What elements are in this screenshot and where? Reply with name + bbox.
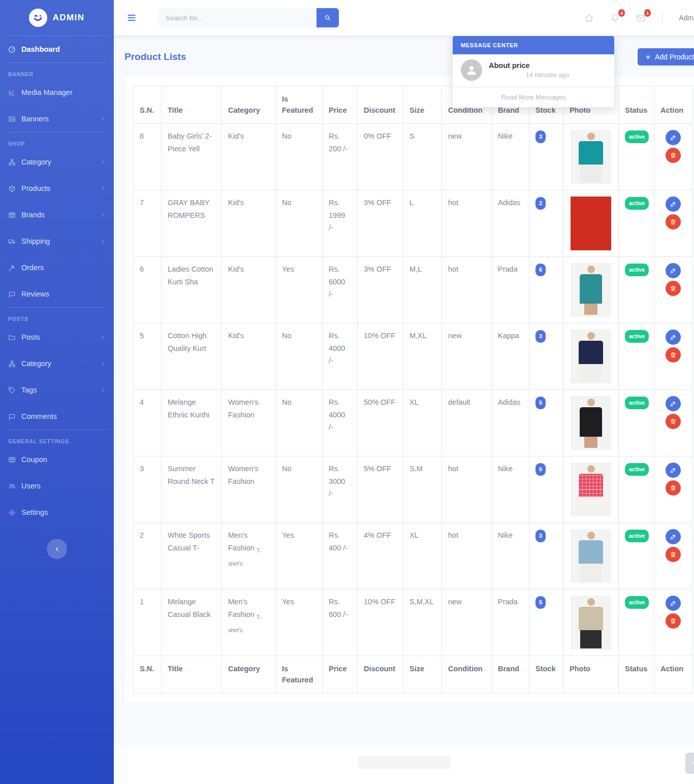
cell-is-featured: No	[276, 123, 323, 190]
action-buttons	[660, 396, 686, 429]
add-product-button[interactable]: Add Product	[638, 48, 694, 66]
read-more-messages-link[interactable]: Read More Messages	[453, 87, 614, 107]
edit-icon	[670, 134, 677, 141]
sidebar-brand[interactable]: ADMIN	[0, 0, 114, 36]
delete-button[interactable]	[666, 347, 681, 363]
edit-icon	[670, 600, 677, 607]
user-menu[interactable]: Admin	[679, 14, 694, 22]
home-button[interactable]	[584, 13, 594, 23]
sidebar-item-settings[interactable]: Settings	[0, 499, 114, 526]
edit-button[interactable]	[666, 596, 681, 611]
cell-category: Women's Fashion	[222, 389, 276, 456]
sidebar-item-label: Tags	[21, 386, 37, 394]
edit-button[interactable]	[666, 130, 681, 145]
trash-icon	[670, 351, 677, 358]
cell-price: Rs. 4000 /-	[323, 323, 358, 389]
messages-badge: 1	[644, 9, 651, 17]
edit-button[interactable]	[666, 529, 681, 544]
chevron-right-icon	[100, 159, 106, 165]
cell-title: Melange Casual Black	[162, 589, 222, 656]
delete-button[interactable]	[666, 480, 681, 496]
delete-button[interactable]	[666, 613, 681, 629]
cell-photo	[563, 323, 619, 389]
cell-action	[654, 589, 692, 656]
sidebar-item-label: Coupon	[21, 455, 47, 464]
cell-category: Kid's	[222, 256, 276, 323]
cell-condition: default	[442, 389, 492, 456]
column-header-action: Action	[654, 86, 692, 124]
messages-button[interactable]: 1	[636, 13, 646, 23]
chevron-right-icon	[100, 212, 106, 218]
product-table-card: S.N.TitleCategoryIs FeaturedPriceDiscoun…	[124, 77, 694, 702]
sidebar-item-shipping[interactable]: Shipping	[0, 228, 114, 254]
cell-sn: 3	[134, 456, 162, 522]
sidebar-item-banners[interactable]: Banners	[0, 106, 114, 132]
table-row: 1Melange Casual BlackMen's Fashion T-shi…	[134, 589, 692, 656]
footer-column-header-condition: Condition	[442, 656, 492, 693]
stock-badge: 3	[535, 330, 546, 343]
delete-button[interactable]	[666, 414, 681, 429]
chevron-right-icon	[100, 186, 106, 191]
cell-action	[654, 256, 692, 323]
action-buttons	[660, 263, 686, 296]
stock-badge: 3	[535, 130, 546, 143]
delete-button[interactable]	[666, 148, 681, 163]
products-table: S.N.TitleCategoryIs FeaturedPriceDiscoun…	[133, 86, 692, 694]
sidebar-item-comments[interactable]: Comments	[0, 403, 114, 430]
sidebar: ADMIN DashboardBANNERMedia ManagerBanner…	[0, 0, 114, 784]
cell-status: active	[619, 589, 654, 656]
sidebar-item-brands[interactable]: Brands	[0, 202, 114, 228]
sidebar-item-users[interactable]: Users	[0, 473, 114, 499]
message-title: About price	[489, 61, 606, 70]
status-badge: active	[625, 330, 649, 343]
trash-icon	[670, 617, 677, 625]
scroll-to-top-button[interactable]	[685, 753, 694, 774]
sidebar-item-category[interactable]: Category	[0, 350, 114, 377]
search-input[interactable]	[158, 8, 317, 27]
cube-icon	[8, 185, 16, 192]
edit-button[interactable]	[666, 463, 681, 478]
sidebar-item-posts[interactable]: Posts	[0, 324, 114, 350]
delete-button[interactable]	[666, 214, 681, 230]
delete-button[interactable]	[666, 547, 681, 562]
sidebar-collapse-button[interactable]	[47, 539, 67, 559]
sidebar-item-label: Posts	[21, 333, 40, 341]
sidebar-item-media-manager[interactable]: Media Manager	[0, 79, 114, 106]
table-row: 7GRAY BABY ROMPERSKid'sNoRs. 1999 /-3% O…	[134, 190, 692, 256]
cell-size: XL	[403, 522, 442, 589]
action-buttons	[660, 197, 686, 230]
sidebar-item-category[interactable]: Category	[0, 149, 114, 175]
alerts-button[interactable]: 4	[610, 13, 620, 23]
delete-button[interactable]	[666, 281, 681, 296]
topbar-right: 4 1 Admin	[584, 11, 694, 24]
cell-size: L	[403, 190, 442, 256]
edit-button[interactable]	[666, 263, 681, 278]
edit-button[interactable]	[666, 396, 681, 411]
gavel-icon	[8, 264, 16, 272]
table-icon	[8, 456, 16, 464]
sidebar-item-products[interactable]: Products	[0, 175, 114, 202]
search-icon	[324, 14, 331, 21]
edit-button[interactable]	[666, 330, 681, 345]
search-button[interactable]	[317, 8, 339, 27]
sidebar-item-coupon[interactable]: Coupon	[0, 446, 114, 473]
cell-action	[654, 123, 692, 190]
cell-is-featured: Yes	[276, 522, 323, 589]
sidebar-toggle-button[interactable]	[127, 13, 137, 23]
table-row: 4Melange Ethnic KurthiWomen's FashionNoR…	[134, 389, 692, 456]
cell-discount: 5% OFF	[358, 456, 403, 522]
cell-sn: 7	[134, 190, 162, 256]
person-icon	[465, 63, 478, 77]
sidebar-item-orders[interactable]: Orders	[0, 254, 114, 281]
gear-icon	[8, 509, 16, 516]
sidebar-item-dashboard[interactable]: Dashboard	[0, 36, 114, 62]
sidebar-item-label: Settings	[21, 508, 48, 516]
sidebar-item-tags[interactable]: Tags	[0, 377, 114, 403]
sidebar-item-reviews[interactable]: Reviews	[0, 281, 114, 307]
edit-button[interactable]	[666, 197, 681, 212]
column-header-title: Title	[162, 86, 222, 124]
cell-price: Rs. 200 /-	[323, 123, 358, 190]
cell-discount: 3% OFF	[358, 190, 403, 256]
message-item[interactable]: About price 14 minutes ago	[453, 54, 614, 87]
sidebar-section-heading: BANNER	[0, 63, 114, 79]
